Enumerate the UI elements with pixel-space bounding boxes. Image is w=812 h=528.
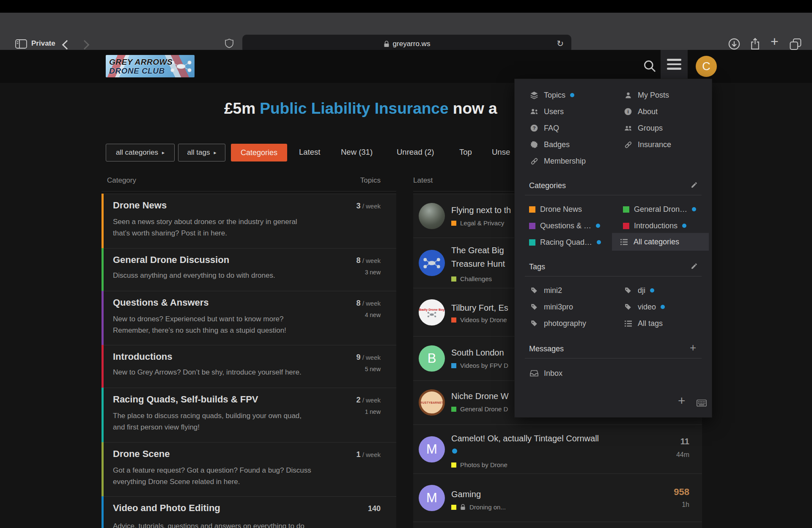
category-row[interactable]: General Drone Discussion Discuss anythin… [102,248,396,291]
category-row[interactable]: Questions & Answers New to drones? Exper… [102,291,396,345]
unread-indicator-dot [452,449,457,454]
menu-category-introductions[interactable]: Introductions [623,220,686,232]
topic-category-badge[interactable]: Videos by Drone [451,316,507,323]
menu-item-inbox[interactable]: Inbox [529,367,562,379]
menu-item-badges[interactable]: Badges [529,139,570,150]
topic-title[interactable]: Camelot! Ok, actually Tintagel Cornwall [451,432,599,445]
menu-item-insurance[interactable]: Insurance [623,139,671,150]
new-message-plus-icon[interactable]: + [690,341,696,354]
topic-avatar[interactable] [419,203,445,229]
category-title[interactable]: Questions & Answers [113,297,209,308]
svg-text:?: ? [532,125,535,131]
category-title[interactable]: Drone Scene [113,449,170,460]
banner-highlight-link[interactable]: Public Liability Insurance [260,100,448,117]
category-row[interactable]: Video and Photo Editing Advice, tutorial… [102,496,396,528]
menu-item-my-posts[interactable]: My Posts [623,89,669,101]
topic-category-badge[interactable]: Videos by FPV D [451,362,508,369]
tag-filter-dropdown[interactable]: all tags▸ [178,144,225,161]
menu-category-racing-quads[interactable]: Racing Quad… [529,236,601,248]
topic-title[interactable]: The Great BigTreasure Hunt [451,243,505,271]
edit-categories-pencil-icon[interactable] [691,181,698,189]
category-row[interactable]: Introductions New to Grey Arrows? Don’t … [102,345,396,388]
nav-tab-top[interactable]: Top [459,148,472,157]
hamburger-menu-button[interactable] [661,50,688,79]
topic-row[interactable]: M Camelot! Ok, actually Tintagel Cornwal… [413,424,702,473]
edit-tags-pencil-icon[interactable] [691,263,698,270]
nav-tab-categories[interactable]: Categories [231,144,287,161]
menu-category-questions[interactable]: Questions & … [529,220,600,232]
topic-title[interactable]: South London [451,346,504,359]
back-button-icon[interactable] [62,40,72,50]
list-icon [623,320,633,327]
topic-category-badge[interactable]: Challenges [451,275,492,282]
menu-tag-mini2[interactable]: mini2 [529,285,562,296]
topic-category-badge[interactable]: Droning on... [451,503,506,511]
category-title[interactable]: Drone News [113,200,167,211]
topic-avatar[interactable]: M [419,485,445,511]
menu-tag-dji[interactable]: dji [623,285,654,296]
nav-tab-unseen[interactable]: Unse [492,148,510,157]
category-row[interactable]: Drone News Seen a news story about drone… [102,194,396,248]
topic-replies-count[interactable]: 958 [674,487,689,498]
category-color-swatch [451,462,456,468]
topic-avatar[interactable]: RUSTYBARNET [419,389,445,416]
topic-title[interactable]: Niche Drone W [451,389,509,403]
menu-category-general-drone[interactable]: General Dron… [623,203,696,215]
tabs-overview-icon[interactable] [789,38,802,50]
menu-item-topics[interactable]: Topics [529,89,574,101]
downloads-icon[interactable] [728,38,740,50]
topics-count: 140 [368,504,381,513]
topic-category-badge[interactable]: Legal & Privacy [451,219,504,227]
topic-category-badge[interactable]: General Drone D [451,405,508,413]
nav-tab-new[interactable]: New (31) [341,148,373,157]
forward-button-icon[interactable] [80,40,90,50]
sidebar-toggle-icon[interactable] [15,39,27,49]
info-circle-icon: i [623,107,633,116]
category-row[interactable]: Drone Scene Got a feature request? Got a… [102,442,396,496]
category-color-swatch [623,206,629,213]
topic-avatar[interactable]: B [419,345,445,372]
topic-title[interactable]: Flying next to th [451,203,511,217]
topic-row[interactable]: M Gaming Droning on... 958 1h [413,473,702,522]
menu-item-users[interactable]: Users [529,106,564,118]
menu-all-categories[interactable]: All categories [612,233,709,251]
menu-section-messages: Messages [529,345,564,353]
search-icon[interactable] [643,59,657,73]
menu-tag-video[interactable]: video [623,301,665,313]
category-title[interactable]: Video and Photo Editing [113,503,220,514]
topics-per-week: 3 / week [356,202,381,211]
category-filter-dropdown[interactable]: all categories▸ [106,144,175,161]
share-icon[interactable] [750,38,760,50]
menu-tag-mini3pro[interactable]: mini3pro [529,301,573,313]
new-tab-icon[interactable]: + [771,34,779,49]
menu-category-drone-news[interactable]: Drone News [529,203,582,215]
user-avatar[interactable]: C [696,56,717,77]
topic-title[interactable]: Tilbury Fort, Es [451,301,508,315]
menu-tag-photography[interactable]: photography [529,317,586,329]
topic-title[interactable]: Gaming [451,487,481,501]
menu-item-about[interactable]: i About [623,106,658,118]
category-title[interactable]: General Drone Discussion [113,254,229,265]
menu-item-faq[interactable]: ? FAQ [529,122,559,134]
new-topics-count: 3 new [365,269,381,276]
keyboard-shortcuts-icon[interactable] [697,399,707,407]
topic-avatar[interactable]: M [419,436,445,462]
site-logo[interactable]: GREY ARROWS DRONE CLUB [106,55,195,77]
topic-avatar[interactable] [419,250,445,276]
reload-icon[interactable]: ↻ [557,38,564,49]
menu-item-groups[interactable]: Groups [623,122,663,134]
category-title[interactable]: Introductions [113,351,173,362]
logo-text-line1: GREY ARROWS [109,57,173,67]
category-description: Discuss anything and everything to do wi… [113,270,343,281]
category-title[interactable]: Racing Quads, Self-builds & FPV [113,394,258,405]
topic-category-badge[interactable]: Photos by Drone [451,461,508,468]
nav-tab-latest[interactable]: Latest [299,148,320,157]
menu-footer-plus-icon[interactable]: + [678,394,686,408]
privacy-shield-icon[interactable] [225,38,234,49]
topic-replies-count[interactable]: 11 [680,437,689,446]
nav-tab-unread[interactable]: Unread (2) [397,148,434,157]
menu-item-membership[interactable]: Membership [529,155,586,167]
menu-all-tags[interactable]: All tags [623,317,663,329]
category-row[interactable]: Racing Quads, Self-builds & FPV The plac… [102,388,396,442]
topic-avatar[interactable]: Badly Drone Boy [419,299,445,326]
